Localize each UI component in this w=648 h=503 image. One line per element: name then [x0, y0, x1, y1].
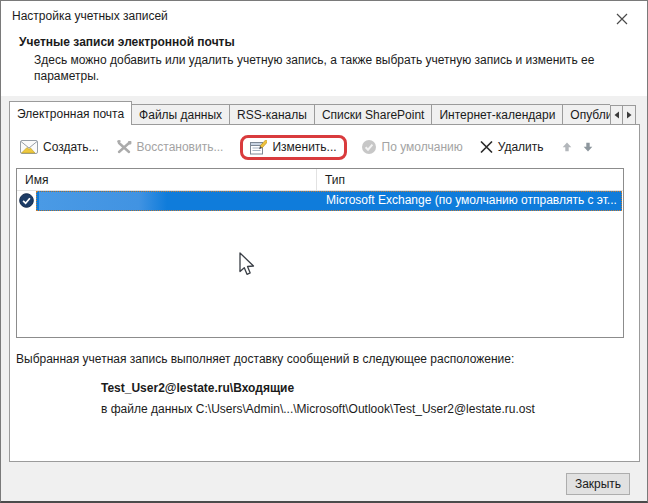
row-type-text: Microsoft Exchange (по умолчанию отправл…: [326, 191, 618, 211]
repair-account-button: Восстановить...: [116, 140, 224, 154]
email-tab-panel: Создать... Восстановить...: [9, 124, 640, 462]
tab-label: Опубликованн: [570, 108, 610, 122]
column-header-name[interactable]: Имя: [17, 169, 317, 190]
close-dialog-button[interactable]: Закрыть: [566, 473, 630, 495]
window-title: Настройка учетных записей: [12, 9, 168, 23]
close-dialog-label: Закрыть: [575, 477, 621, 491]
tab-rss-feeds[interactable]: RSS-каналы: [230, 104, 315, 125]
tab-published-calendars[interactable]: Опубликованн: [563, 104, 610, 125]
tab-data-files[interactable]: Файлы данных: [132, 104, 230, 125]
dialog-bottom-bar: Закрыть: [1, 462, 647, 503]
account-settings-dialog: Настройка учетных записей Учетные записи…: [0, 0, 648, 503]
close-icon: [616, 13, 628, 25]
change-account-button[interactable]: Изменить...: [250, 140, 336, 155]
check-circle-icon: [361, 139, 377, 155]
set-default-button: По умолчанию: [361, 139, 463, 155]
tab-internet-calendars[interactable]: Интернет-календари: [432, 104, 563, 125]
triangle-right-icon: [626, 111, 633, 119]
new-mail-icon: [20, 140, 38, 154]
move-down-button: [582, 141, 594, 153]
new-account-label: Создать...: [43, 140, 99, 154]
new-account-button[interactable]: Создать...: [20, 140, 99, 154]
tab-scroll-right-button[interactable]: [623, 105, 636, 125]
tab-scrollers: [610, 105, 636, 125]
tab-email[interactable]: Электронная почта: [9, 101, 132, 125]
tab-sharepoint-lists[interactable]: Списки SharePoint: [315, 104, 433, 125]
row-selection: Microsoft Exchange (по умолчанию отправл…: [36, 191, 622, 211]
triangle-left-icon: [613, 111, 620, 119]
accounts-toolbar: Создать... Восстановить...: [20, 132, 603, 162]
default-account-check-badge-icon: [19, 193, 34, 208]
row-name-redacted: [39, 192, 167, 210]
set-default-label: По умолчанию: [382, 140, 463, 154]
mailbox-path: Test_User2@lestate.ru\Входящие: [101, 381, 294, 395]
repair-account-label: Восстановить...: [137, 140, 224, 154]
tab-scroll-left-button[interactable]: [610, 105, 623, 125]
tab-label: Электронная почта: [17, 107, 124, 121]
arrow-up-icon: [561, 141, 573, 153]
remove-account-label: Удалить: [498, 140, 544, 154]
page-description: Здесь можно добавить или удалить учетную…: [34, 52, 599, 84]
repair-tools-icon: [116, 140, 132, 154]
column-header-label: Имя: [25, 173, 48, 187]
page-title: Учетные записи электронной почты: [19, 35, 235, 49]
data-file-path: в файле данных C:\Users\Admin\...\Micros…: [101, 402, 535, 416]
tab-strip: Электронная почта Файлы данных RSS-канал…: [9, 101, 610, 125]
column-header-label: Тип: [325, 173, 345, 187]
delivery-location-text: Выбранная учетная запись выполняет доста…: [16, 352, 514, 366]
accounts-table: Имя Тип Microsoft Exchange (по умолчанию…: [16, 168, 624, 338]
change-form-pencil-icon: [250, 140, 267, 155]
table-row[interactable]: Microsoft Exchange (по умолчанию отправл…: [17, 191, 623, 211]
arrow-down-icon: [582, 141, 594, 153]
change-account-label: Изменить...: [272, 140, 336, 154]
close-button[interactable]: [609, 7, 635, 31]
mouse-cursor-icon: [239, 252, 257, 278]
tab-label: Файлы данных: [139, 108, 222, 122]
column-header-type[interactable]: Тип: [317, 169, 623, 190]
tab-label: Интернет-календари: [439, 108, 555, 122]
move-up-button: [561, 141, 573, 153]
dialog-header-area: Настройка учетных записей Учетные записи…: [1, 1, 647, 96]
annotation-highlight-box: Изменить...: [240, 135, 346, 160]
tab-label: RSS-каналы: [237, 108, 307, 122]
tab-label: Списки SharePoint: [322, 108, 425, 122]
delete-x-icon: [480, 141, 493, 153]
table-header: Имя Тип: [17, 169, 623, 191]
remove-account-button[interactable]: Удалить: [480, 140, 544, 154]
